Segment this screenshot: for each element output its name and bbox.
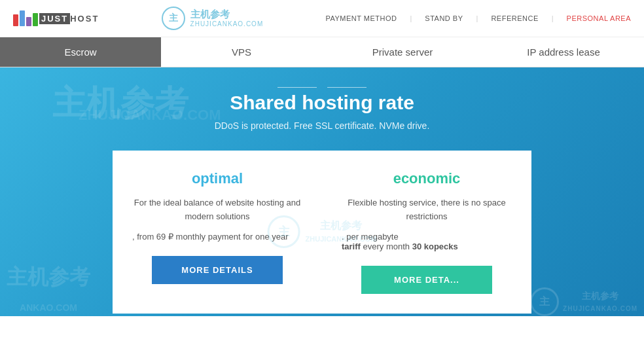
logo-text: JUSTHOST [39, 14, 99, 24]
logo-bars [13, 10, 38, 26]
card-optimal-title: optimal [132, 170, 302, 187]
card-economic: economic Flexible hosting service, there… [322, 151, 531, 314]
logo: JUSTHOST [13, 10, 99, 26]
nav-divider-1: | [410, 14, 412, 22]
cards-row: 主 主机参考ZHUJICANKAO.COM optimal For the id… [13, 151, 631, 314]
hero-line-left [277, 87, 317, 88]
tab-escrow[interactable]: Escrow [0, 37, 161, 67]
watermark-circle: 主 [162, 7, 185, 30]
header-watermark: 主 主机参考 ZHUJICANKAO.COM [162, 7, 264, 30]
card-economic-title: economic [342, 170, 512, 187]
hero-decorators [13, 87, 631, 88]
header-nav: PAYMENT METHOD | STAND BY | REFERENCE | … [325, 14, 631, 22]
reference-link[interactable]: REFERENCE [491, 14, 538, 22]
watermark-text: 主机参考 ZHUJICANKAO.COM [190, 9, 264, 28]
card-economic-price: . per megabyte tariff every month 30 kop… [342, 232, 512, 251]
card-economic-btn[interactable]: MORE DETA... [361, 266, 492, 294]
payment-method-link[interactable]: PAYMENT METHOD [325, 14, 397, 22]
tab-private-server[interactable]: Private server [322, 37, 483, 67]
bar-t [33, 13, 38, 26]
header: JUSTHOST 主 主机参考 ZHUJICANKAO.COM PAYMENT … [0, 0, 644, 37]
card-optimal-desc: For the ideal balance of website hosting… [132, 196, 302, 224]
tab-vps[interactable]: VPS [161, 37, 322, 67]
stand-by-link[interactable]: STAND BY [425, 14, 463, 22]
bar-j [13, 14, 18, 26]
nav-divider-2: | [476, 14, 478, 22]
nav-divider-3: | [552, 14, 554, 22]
card-optimal: optimal For the ideal balance of website… [113, 151, 322, 314]
hero-line-right [327, 87, 367, 88]
card-optimal-btn[interactable]: MORE DETAILS [152, 256, 283, 284]
hero-subtitle: DDoS is protected. Free SSL certificate.… [13, 120, 631, 131]
hero-section: 主机参考 ZHUJICANKAO.COM Shared hosting rate… [0, 67, 644, 316]
bar-s [26, 17, 31, 26]
tab-ip-address-lease[interactable]: IP address lease [483, 37, 644, 67]
navbar: Escrow VPS Private server IP address lea… [0, 37, 644, 67]
hero-title: Shared hosting rate [13, 92, 631, 114]
card-economic-desc: Flexible hosting service, there is no sp… [342, 196, 512, 224]
bar-u [20, 10, 25, 26]
personal-area-link[interactable]: PERSONAL AREA [567, 14, 631, 22]
card-optimal-price: , from 69 ₽ monthly payment for one year [132, 232, 302, 242]
